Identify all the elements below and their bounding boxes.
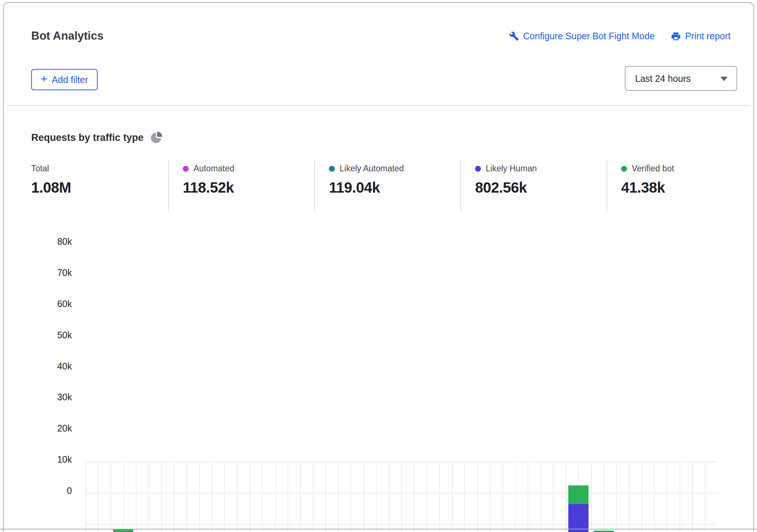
stat-block-likely-human[interactable]: Likely Human802.56k (460, 161, 606, 211)
y-tick-label: 70k (4, 267, 72, 278)
print-link-label: Print report (685, 31, 731, 41)
y-tick-label: 60k (4, 299, 72, 309)
gridline (85, 493, 717, 493)
stat-label: Verified bot (632, 164, 674, 174)
chevron-down-icon (720, 77, 728, 81)
stat-label: Total (31, 164, 49, 174)
y-tick-label: 10k (4, 454, 72, 465)
wrench-icon (509, 31, 519, 41)
bar-segment-verified-bot[interactable] (568, 485, 588, 504)
y-tick-label: 20k (4, 423, 72, 434)
traffic-type-stats-row: Total1.08MAutomated118.52kLikely Automat… (31, 161, 731, 211)
stat-value: 41.38k (621, 179, 731, 196)
stat-label-row: Verified bot (621, 164, 731, 174)
stat-block-likely-automated[interactable]: Likely Automated119.04k (314, 161, 460, 211)
stat-value: 118.52k (183, 179, 314, 196)
time-range-select[interactable]: Last 24 hours (625, 66, 737, 91)
configure-super-bot-fight-mode-link[interactable]: Configure Super Bot Fight Mode (509, 31, 655, 41)
stat-value: 119.04k (329, 179, 460, 196)
stat-label-row: Likely Human (475, 164, 606, 174)
stat-label-row: Likely Automated (329, 164, 460, 174)
header-divider (7, 105, 750, 106)
legend-dot (621, 166, 627, 172)
bar-segment-verified-bot[interactable] (594, 531, 614, 532)
y-tick-label: 80k (4, 236, 72, 247)
y-tick-label: 0 (4, 485, 72, 496)
stat-block-automated[interactable]: Automated118.52k (168, 161, 314, 211)
add-filter-button[interactable]: + Add filter (31, 69, 98, 90)
y-tick-label: 40k (4, 361, 72, 372)
bottom-section-divider (0, 529, 757, 529)
gridline (85, 524, 717, 525)
legend-dot (329, 166, 335, 172)
legend-dot (183, 166, 189, 172)
requests-by-traffic-type-chart: Requests 010k20k30k40k50k60k70k80k 11:00… (4, 223, 757, 532)
time-range-value: Last 24 hours (635, 73, 691, 84)
bar-segment-likely-human[interactable] (568, 504, 588, 532)
stat-label: Likely Human (486, 164, 537, 174)
section-title-row: Requests by traffic type (31, 132, 161, 143)
legend-dot (475, 166, 481, 172)
y-tick-label: 30k (4, 392, 72, 402)
header-links: Configure Super Bot Fight Mode Print rep… (509, 31, 731, 41)
chart-plot-area[interactable] (85, 462, 717, 532)
stat-value: 802.56k (475, 179, 606, 196)
print-report-link[interactable]: Print report (671, 31, 731, 41)
stat-label-row: Automated (183, 164, 314, 174)
page-title: Bot Analytics (31, 29, 104, 43)
stat-value: 1.08M (31, 179, 168, 196)
printer-icon (671, 31, 681, 41)
stat-block-total[interactable]: Total1.08M (31, 161, 168, 211)
pie-chart-icon (151, 133, 161, 143)
add-filter-label: Add filter (52, 74, 88, 85)
plus-icon: + (41, 73, 47, 85)
gridline (85, 462, 717, 462)
configure-link-label: Configure Super Bot Fight Mode (523, 31, 655, 41)
section-title: Requests by traffic type (31, 132, 144, 143)
stat-label: Likely Automated (340, 164, 404, 174)
y-tick-label: 50k (4, 330, 72, 340)
stat-label-row: Total (31, 164, 168, 174)
bot-analytics-panel: Bot Analytics Configure Super Bot Fight … (3, 2, 754, 532)
stat-block-verified-bot[interactable]: Verified bot41.38k (606, 161, 731, 211)
stat-label: Automated (193, 164, 234, 174)
